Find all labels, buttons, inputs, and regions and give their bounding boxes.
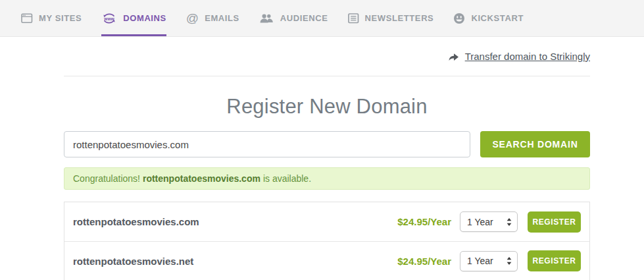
nav-tab-label: NEWSLETTERS (365, 13, 434, 23)
nav-tab-label: DOMAINS (123, 13, 166, 23)
top-nav: MY SITES www DOMAINS @ EMAILS AUDIE (0, 0, 644, 37)
nav-tab-label: EMAILS (205, 13, 239, 23)
term-select-value: 1 Year (467, 256, 507, 266)
register-button[interactable]: REGISTER (528, 211, 581, 233)
search-domain-button[interactable]: SEARCH DOMAIN (480, 131, 590, 157)
banner-domain: rottenpotatoesmovies.com (143, 173, 260, 184)
nav-tab-emails[interactable]: @ EMAILS (186, 0, 239, 36)
availability-banner: Congratulations! rottenpotatoesmovies.co… (64, 167, 590, 190)
page-title: Register New Domain (64, 94, 590, 120)
register-button[interactable]: REGISTER (528, 250, 581, 271)
domain-result-row: rottenpotatoesmovies.net $24.95/Year 1 Y… (64, 241, 589, 280)
result-domain: rottenpotatoesmovies.com (73, 216, 397, 227)
forward-arrow-icon (448, 52, 459, 61)
domain-search-input[interactable] (64, 131, 470, 157)
nav-tab-domains[interactable]: www DOMAINS (101, 0, 166, 36)
stepper-arrows-icon (507, 256, 512, 266)
result-price: $24.95/Year (397, 216, 451, 227)
term-select[interactable]: 1 Year (460, 251, 518, 271)
search-row: SEARCH DOMAIN (64, 131, 590, 157)
transfer-link-label: Transfer domain to Strikingly (465, 51, 590, 62)
nav-tab-newsletters[interactable]: NEWSLETTERS (348, 0, 434, 36)
www-globe-icon: www (101, 13, 117, 24)
nav-tab-kickstart[interactable]: KICKSTART (453, 0, 524, 36)
result-domain: rottenpotatoesmovies.net (73, 256, 397, 267)
term-select-value: 1 Year (467, 217, 507, 227)
nav-tab-label: AUDIENCE (280, 13, 328, 23)
nav-tab-my-sites[interactable]: MY SITES (21, 0, 82, 36)
page-header: Transfer domain to Strikingly (64, 37, 590, 76)
nav-tab-label: KICKSTART (471, 13, 524, 23)
browser-window-icon (21, 13, 33, 24)
transfer-domain-link[interactable]: Transfer domain to Strikingly (448, 51, 590, 62)
domain-result-row: rottenpotatoesmovies.com $24.95/Year 1 Y… (64, 202, 589, 241)
svg-text:www: www (104, 16, 115, 20)
people-icon (259, 13, 274, 24)
content-column: Transfer domain to Strikingly Register N… (64, 37, 590, 280)
at-sign-icon: @ (186, 12, 199, 24)
nav-tab-audience[interactable]: AUDIENCE (259, 0, 328, 36)
newsletter-icon (348, 13, 359, 24)
nav-tab-label: MY SITES (39, 13, 82, 23)
banner-suffix: is available. (263, 173, 311, 184)
term-select[interactable]: 1 Year (460, 211, 518, 232)
banner-prefix: Congratulations! (73, 173, 140, 184)
smiley-icon (453, 13, 465, 24)
stepper-arrows-icon (507, 217, 512, 227)
result-price: $24.95/Year (397, 256, 451, 267)
search-results-table: rottenpotatoesmovies.com $24.95/Year 1 Y… (64, 202, 590, 280)
